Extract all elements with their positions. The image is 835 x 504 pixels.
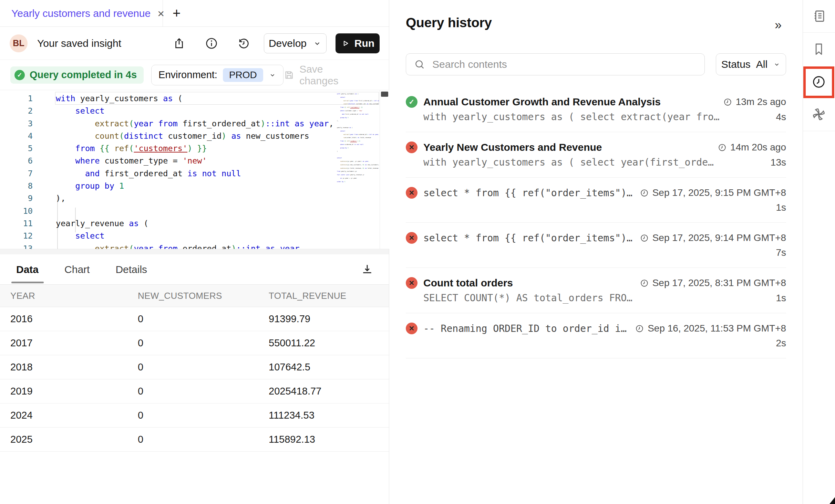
success-check-icon: ✓ bbox=[14, 70, 25, 80]
highlight-annotation bbox=[803, 66, 834, 98]
minimap-divider bbox=[380, 90, 380, 249]
history-item-time: Sep 16, 2025, 11:53 PM GMT+8 bbox=[648, 323, 786, 334]
status-filter-value: All bbox=[756, 59, 767, 70]
develop-button[interactable]: Develop bbox=[264, 33, 327, 53]
status-bar: ✓ Query completed in 4s Environment: PRO… bbox=[0, 60, 389, 90]
collapse-panel-icon[interactable]: » bbox=[775, 18, 782, 32]
table-cell: 111234.53 bbox=[258, 410, 389, 421]
tab-close-icon[interactable]: × bbox=[157, 8, 164, 19]
success-status-icon: ✓ bbox=[406, 96, 418, 108]
query-status-badge: ✓ Query completed in 4s bbox=[10, 66, 144, 84]
tab-yearly-customers[interactable]: Yearly customers and revenue × bbox=[0, 0, 163, 27]
table-cell: 0 bbox=[127, 386, 258, 397]
history-item-duration: 4s bbox=[776, 112, 786, 123]
share-icon[interactable] bbox=[172, 36, 187, 51]
line-number: 5 bbox=[0, 142, 33, 155]
clock-icon bbox=[718, 143, 727, 152]
history-filters: Status All bbox=[406, 53, 786, 75]
insight-label: Your saved insight bbox=[37, 38, 121, 49]
clock-icon bbox=[640, 188, 649, 198]
error-status-icon: ✕ bbox=[406, 187, 418, 199]
status-filter-dropdown[interactable]: Status All bbox=[716, 53, 786, 75]
environment-selector[interactable]: Environment: PROD bbox=[151, 65, 284, 85]
environment-value-badge: PROD bbox=[223, 68, 263, 82]
table-cell: 91399.79 bbox=[258, 313, 389, 325]
code-line: with yearly_customers as ( bbox=[56, 92, 336, 105]
error-status-icon: ✕ bbox=[406, 141, 418, 153]
table-cell: 0 bbox=[127, 337, 258, 349]
history-item-duration: 13s bbox=[771, 157, 786, 168]
code-line bbox=[56, 205, 336, 217]
history-item[interactable]: ✕select * from {{ ref("order_items")…Sep… bbox=[406, 223, 786, 268]
table-cell: 2016 bbox=[0, 313, 127, 325]
table-row: 20240111234.53 bbox=[0, 403, 389, 428]
bookmark-icon[interactable] bbox=[810, 40, 827, 57]
error-status-icon: ✕ bbox=[406, 323, 418, 334]
line-number: 3 bbox=[0, 117, 33, 130]
history-item-duration: 2s bbox=[776, 338, 786, 349]
history-item[interactable]: ✓Annual Customer Growth and Revenue Anal… bbox=[406, 87, 786, 132]
sql-code-editor[interactable]: 12345678910111213 with yearly_customers … bbox=[0, 90, 389, 249]
tab-bar: Yearly customers and revenue × + bbox=[0, 0, 389, 27]
table-cell: 2017 bbox=[0, 337, 127, 349]
new-tab-button[interactable]: + bbox=[168, 0, 185, 27]
search-input[interactable] bbox=[432, 59, 697, 70]
history-item-title: select * from {{ ref("order_items")… bbox=[423, 232, 632, 244]
line-number: 1 bbox=[0, 92, 33, 105]
line-number-gutter: 12345678910111213 bbox=[0, 92, 34, 249]
history-item-title: Yearly New Customers and Revenue bbox=[423, 141, 602, 153]
table-cell: 2025418.77 bbox=[258, 386, 389, 397]
history-item[interactable]: ✕Count total ordersSep 17, 2025, 8:31 PM… bbox=[406, 268, 786, 313]
line-number: 4 bbox=[0, 130, 33, 142]
table-cell: 107642.5 bbox=[258, 361, 389, 373]
search-box[interactable] bbox=[406, 53, 705, 75]
notebook-icon[interactable] bbox=[810, 7, 827, 24]
code-line: extract(year from ordered_at)::int as ye… bbox=[56, 242, 336, 249]
results-tab-chart[interactable]: Chart bbox=[64, 264, 90, 275]
column-header: YEAR bbox=[0, 291, 127, 301]
history-item[interactable]: ✕Yearly New Customers and Revenue14m 20s… bbox=[406, 132, 786, 178]
table-row: 20180107642.5 bbox=[0, 355, 389, 379]
cursor-mark bbox=[829, 497, 835, 504]
column-header: TOTAL_REVENUE bbox=[258, 291, 389, 301]
history-item-time: Sep 17, 2025, 9:15 PM GMT+8 bbox=[652, 187, 786, 198]
table-row: 201902025418.77 bbox=[0, 379, 389, 403]
tab-title: Yearly customers and revenue bbox=[11, 8, 151, 19]
query-status-text: Query completed in 4s bbox=[30, 69, 137, 81]
history-item[interactable]: ✕-- Renaming ORDER_ID to order_id i…Sep … bbox=[406, 313, 786, 358]
history-list: ✓Annual Customer Growth and Revenue Anal… bbox=[406, 87, 786, 358]
history-item-time: Sep 17, 2025, 8:31 PM GMT+8 bbox=[652, 277, 786, 288]
error-status-icon: ✕ bbox=[406, 277, 418, 289]
query-history-title: Query history bbox=[406, 15, 492, 30]
vertical-scrollbar-thumb[interactable] bbox=[381, 92, 388, 97]
code-line: select bbox=[56, 105, 336, 117]
dbt-icon[interactable] bbox=[810, 106, 827, 123]
clock-icon bbox=[635, 324, 644, 333]
code-line: count(distinct customer_id) as new_custo… bbox=[56, 130, 336, 142]
toolbar-icon-group bbox=[172, 36, 251, 51]
line-number: 8 bbox=[0, 180, 33, 192]
save-changes-button[interactable]: Save changes bbox=[284, 63, 362, 87]
minimap[interactable]: with yearly_customers as ( select extrac… bbox=[337, 92, 379, 183]
horizontal-scrollbar[interactable] bbox=[0, 249, 389, 254]
save-icon bbox=[284, 69, 295, 81]
result-table-header: YEARNEW_CUSTOMERSTOTAL_REVENUE bbox=[0, 284, 389, 307]
results-tab-details[interactable]: Details bbox=[115, 264, 147, 275]
query-history-panel: Query history » Status All ✓Annual Custo… bbox=[390, 0, 803, 504]
error-status-icon: ✕ bbox=[406, 232, 418, 244]
code-line: extract(year from first_ordered_at)::int… bbox=[56, 117, 336, 130]
environment-label: Environment: bbox=[158, 69, 217, 81]
line-number: 6 bbox=[0, 155, 33, 167]
table-cell: 550011.22 bbox=[258, 337, 389, 349]
status-filter-label: Status bbox=[721, 59, 751, 70]
history-item[interactable]: ✕select * from {{ ref("order_items")…Sep… bbox=[406, 178, 786, 223]
results-tab-data[interactable]: Data bbox=[16, 264, 39, 275]
download-icon[interactable] bbox=[358, 261, 376, 279]
run-button[interactable]: Run bbox=[336, 33, 380, 53]
info-icon[interactable] bbox=[204, 36, 219, 51]
sidebar-divider bbox=[803, 32, 835, 33]
code-line: group by 1 bbox=[56, 180, 336, 192]
version-history-icon[interactable] bbox=[236, 36, 251, 51]
table-cell: 0 bbox=[127, 361, 258, 373]
table-row: 20170550011.22 bbox=[0, 331, 389, 355]
